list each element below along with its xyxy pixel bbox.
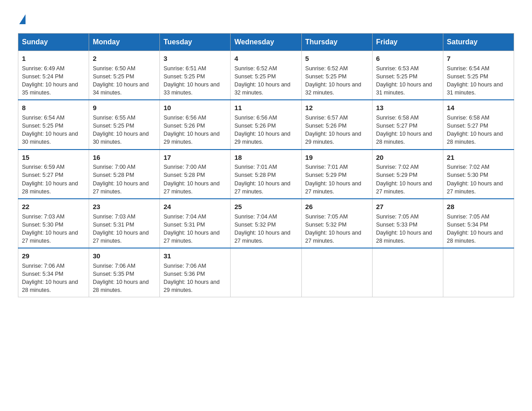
calendar-week-row: 1Sunrise: 6:49 AMSunset: 5:24 PMDaylight…: [18, 51, 514, 100]
calendar-day-cell: 26Sunrise: 7:05 AMSunset: 5:32 PMDayligh…: [301, 199, 372, 248]
calendar-day-cell: 16Sunrise: 7:00 AMSunset: 5:28 PMDayligh…: [89, 150, 160, 199]
day-number: 12: [305, 103, 369, 113]
day-number: 18: [234, 153, 297, 163]
calendar-day-cell: [372, 248, 443, 297]
calendar-day-cell: 1Sunrise: 6:49 AMSunset: 5:24 PMDaylight…: [18, 51, 89, 100]
calendar-day-cell: 3Sunrise: 6:51 AMSunset: 5:25 PMDaylight…: [160, 51, 231, 100]
day-number: 23: [93, 202, 156, 212]
calendar-day-cell: 11Sunrise: 6:56 AMSunset: 5:26 PMDayligh…: [231, 100, 301, 149]
calendar-day-cell: 30Sunrise: 7:06 AMSunset: 5:35 PMDayligh…: [89, 248, 160, 297]
calendar-day-cell: 14Sunrise: 6:58 AMSunset: 5:27 PMDayligh…: [443, 100, 514, 149]
calendar-day-cell: [443, 248, 514, 297]
day-number: 22: [22, 202, 85, 212]
calendar-day-cell: 25Sunrise: 7:04 AMSunset: 5:32 PMDayligh…: [231, 199, 301, 248]
day-number: 1: [22, 54, 85, 64]
day-number: 21: [447, 153, 510, 163]
calendar-day-cell: 6Sunrise: 6:53 AMSunset: 5:25 PMDaylight…: [372, 51, 443, 100]
calendar-day-cell: 20Sunrise: 7:02 AMSunset: 5:29 PMDayligh…: [372, 150, 443, 199]
calendar-day-header: Tuesday: [160, 34, 231, 51]
calendar-day-cell: 8Sunrise: 6:54 AMSunset: 5:25 PMDaylight…: [18, 100, 89, 149]
calendar-day-header: Wednesday: [231, 34, 301, 51]
calendar-day-header: Friday: [372, 34, 443, 51]
day-number: 4: [234, 54, 297, 64]
page-header: [18, 13, 514, 24]
calendar-day-cell: 19Sunrise: 7:01 AMSunset: 5:29 PMDayligh…: [301, 150, 372, 199]
day-number: 3: [163, 54, 227, 64]
calendar-day-cell: 31Sunrise: 7:06 AMSunset: 5:36 PMDayligh…: [160, 248, 231, 297]
calendar-day-cell: [301, 248, 372, 297]
calendar-day-cell: 2Sunrise: 6:50 AMSunset: 5:25 PMDaylight…: [89, 51, 160, 100]
calendar-day-header: Saturday: [443, 34, 514, 51]
day-number: 24: [163, 202, 227, 212]
calendar-day-cell: 15Sunrise: 6:59 AMSunset: 5:27 PMDayligh…: [18, 150, 89, 199]
day-number: 19: [305, 153, 369, 163]
day-number: 5: [305, 54, 369, 64]
day-number: 2: [93, 54, 156, 64]
calendar-day-header: Monday: [89, 34, 160, 51]
calendar-day-cell: 4Sunrise: 6:52 AMSunset: 5:25 PMDaylight…: [231, 51, 301, 100]
calendar-week-row: 29Sunrise: 7:06 AMSunset: 5:34 PMDayligh…: [18, 248, 514, 297]
calendar-day-cell: 10Sunrise: 6:56 AMSunset: 5:26 PMDayligh…: [160, 100, 231, 149]
calendar-week-row: 8Sunrise: 6:54 AMSunset: 5:25 PMDaylight…: [18, 100, 514, 149]
calendar-day-cell: 22Sunrise: 7:03 AMSunset: 5:30 PMDayligh…: [18, 199, 89, 248]
calendar-day-cell: 21Sunrise: 7:02 AMSunset: 5:30 PMDayligh…: [443, 150, 514, 199]
calendar-day-cell: 12Sunrise: 6:57 AMSunset: 5:26 PMDayligh…: [301, 100, 372, 149]
calendar-day-cell: [231, 248, 301, 297]
day-number: 10: [163, 103, 227, 113]
day-number: 16: [93, 153, 156, 163]
logo: [18, 13, 26, 24]
calendar-header-row: SundayMondayTuesdayWednesdayThursdayFrid…: [18, 34, 514, 51]
calendar-week-row: 22Sunrise: 7:03 AMSunset: 5:30 PMDayligh…: [18, 199, 514, 248]
calendar-day-cell: 7Sunrise: 6:54 AMSunset: 5:25 PMDaylight…: [443, 51, 514, 100]
calendar-day-cell: 13Sunrise: 6:58 AMSunset: 5:27 PMDayligh…: [372, 100, 443, 149]
calendar-day-cell: 18Sunrise: 7:01 AMSunset: 5:28 PMDayligh…: [231, 150, 301, 199]
day-number: 11: [234, 103, 297, 113]
day-number: 28: [447, 202, 510, 212]
calendar-day-cell: 23Sunrise: 7:03 AMSunset: 5:31 PMDayligh…: [89, 199, 160, 248]
day-number: 29: [22, 251, 85, 261]
day-number: 17: [163, 153, 227, 163]
day-number: 8: [22, 103, 85, 113]
day-number: 7: [447, 54, 510, 64]
calendar-day-cell: 17Sunrise: 7:00 AMSunset: 5:28 PMDayligh…: [160, 150, 231, 199]
day-number: 27: [376, 202, 439, 212]
calendar-day-cell: 27Sunrise: 7:05 AMSunset: 5:33 PMDayligh…: [372, 199, 443, 248]
day-number: 25: [234, 202, 297, 212]
day-number: 15: [22, 153, 85, 163]
day-number: 9: [93, 103, 156, 113]
day-number: 14: [447, 103, 510, 113]
calendar-day-cell: 29Sunrise: 7:06 AMSunset: 5:34 PMDayligh…: [18, 248, 89, 297]
calendar-day-cell: 28Sunrise: 7:05 AMSunset: 5:34 PMDayligh…: [443, 199, 514, 248]
logo-arrow-icon: [19, 14, 26, 24]
day-number: 20: [376, 153, 439, 163]
calendar-day-cell: 9Sunrise: 6:55 AMSunset: 5:25 PMDaylight…: [89, 100, 160, 149]
day-number: 13: [376, 103, 439, 113]
calendar-day-cell: 5Sunrise: 6:52 AMSunset: 5:25 PMDaylight…: [301, 51, 372, 100]
calendar-table: SundayMondayTuesdayWednesdayThursdayFrid…: [18, 33, 514, 297]
calendar-day-cell: 24Sunrise: 7:04 AMSunset: 5:31 PMDayligh…: [160, 199, 231, 248]
day-number: 30: [93, 251, 156, 261]
calendar-week-row: 15Sunrise: 6:59 AMSunset: 5:27 PMDayligh…: [18, 150, 514, 199]
day-number: 26: [305, 202, 369, 212]
day-number: 31: [163, 251, 227, 261]
day-number: 6: [376, 54, 439, 64]
calendar-day-header: Sunday: [18, 34, 89, 51]
calendar-day-header: Thursday: [301, 34, 372, 51]
